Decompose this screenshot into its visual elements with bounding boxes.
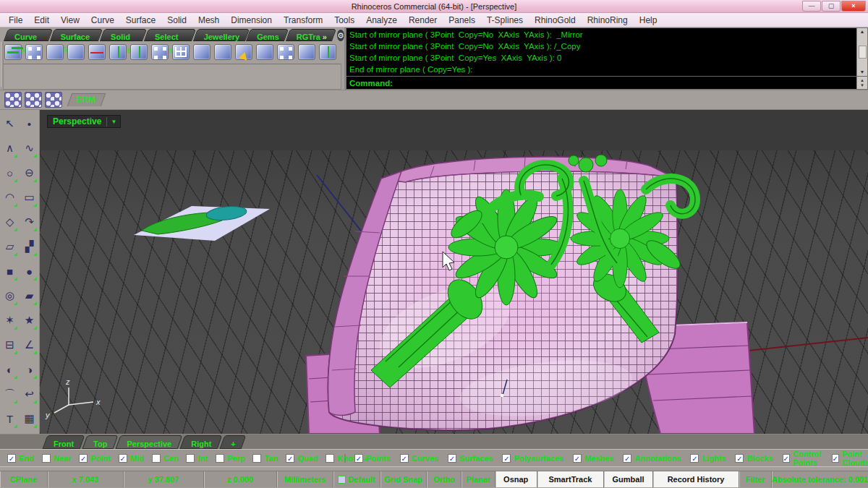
checkbox[interactable]: ✓ bbox=[7, 454, 16, 463]
checkbox[interactable]: ✓ bbox=[573, 454, 582, 463]
restore-button[interactable]: ▢ bbox=[822, 1, 841, 12]
menu-edit[interactable]: Edit bbox=[28, 14, 55, 27]
burst-icon[interactable]: ★ bbox=[20, 308, 39, 333]
filter-lights[interactable]: ✓Lights bbox=[690, 454, 726, 463]
toolbar-grip[interactable] bbox=[1, 42, 4, 87]
checkbox[interactable]: ✓ bbox=[502, 454, 511, 463]
patch-surface-icon[interactable] bbox=[46, 44, 64, 60]
tab-surface-tools[interactable]: Surface Tools bbox=[52, 29, 101, 41]
menu-rhinogold[interactable]: RhinoGold bbox=[529, 14, 582, 27]
menu-transform[interactable]: Transform bbox=[278, 14, 328, 27]
check-icon[interactable] bbox=[319, 44, 336, 60]
viewport-tab-front[interactable]: Front bbox=[45, 435, 82, 449]
arc-icon[interactable]: ◠ bbox=[0, 185, 20, 210]
menu-analyze[interactable]: Analyze bbox=[360, 14, 403, 27]
filter-points[interactable]: ✓Points bbox=[354, 454, 391, 463]
ellipse-icon[interactable]: ⊖ bbox=[20, 160, 39, 185]
ortho-toggle[interactable]: Ortho bbox=[427, 471, 461, 487]
menu-curve[interactable]: Curve bbox=[85, 14, 120, 27]
checkbox[interactable]: ✓ bbox=[400, 454, 409, 463]
gear-icon[interactable]: ⚙ bbox=[337, 30, 344, 41]
viewport-tab-perspective[interactable]: Perspective bbox=[118, 435, 180, 449]
checkbox[interactable]: ✓ bbox=[119, 454, 127, 463]
command-spinner[interactable]: ▲ ▼ bbox=[856, 77, 867, 89]
mirror-horizontal-icon[interactable] bbox=[88, 44, 106, 60]
osnap-tan[interactable]: Tan bbox=[252, 454, 278, 463]
minimize-button[interactable]: — bbox=[802, 1, 821, 12]
menu-surface[interactable]: Surface bbox=[120, 14, 161, 27]
erm-tab[interactable]: ERM bbox=[69, 93, 103, 106]
polyline-icon[interactable]: ∧ bbox=[0, 136, 20, 160]
text-icon[interactable]: T bbox=[0, 406, 20, 431]
menu-mesh[interactable]: Mesh bbox=[192, 14, 225, 27]
checkbox[interactable] bbox=[42, 454, 51, 463]
checkbox[interactable] bbox=[186, 454, 195, 463]
circle-icon[interactable]: ○ bbox=[0, 160, 20, 185]
menu-view[interactable]: View bbox=[55, 14, 85, 27]
menu-render[interactable]: Render bbox=[403, 14, 443, 27]
checkbox[interactable]: ✓ bbox=[448, 454, 456, 463]
osnap-end[interactable]: ✓End bbox=[7, 454, 34, 463]
close-button[interactable]: × bbox=[841, 1, 866, 12]
mirror-vertical-icon[interactable] bbox=[109, 44, 127, 60]
menu-panels[interactable]: Panels bbox=[443, 14, 481, 27]
spinner-down-icon[interactable]: ▼ bbox=[860, 83, 864, 88]
block-icon[interactable]: ▦ bbox=[20, 406, 39, 431]
sphere-icon[interactable]: ● bbox=[20, 259, 39, 283]
checkbox[interactable]: ✓ bbox=[623, 454, 631, 463]
units-cell[interactable]: Millimeters bbox=[277, 471, 333, 487]
mesh-pattern-icon[interactable] bbox=[45, 92, 62, 108]
osnap-toggle[interactable]: Osnap bbox=[495, 471, 537, 487]
cage-edit-icon[interactable] bbox=[151, 44, 169, 60]
trim-icon[interactable]: ⊟ bbox=[0, 333, 20, 357]
explode-icon[interactable]: ✶ bbox=[0, 308, 20, 333]
tab-jewellery[interactable]: Jewellery bbox=[195, 29, 247, 41]
filter-toggle[interactable]: Filter bbox=[739, 471, 771, 487]
osnap-quad[interactable]: ✓Quad bbox=[286, 454, 318, 463]
menu-tools[interactable]: Tools bbox=[328, 14, 360, 27]
filter-control-points[interactable]: ✓Control Points bbox=[783, 450, 822, 467]
scroll-down-icon[interactable]: ▼ bbox=[860, 69, 865, 76]
curve-icon[interactable]: ∿ bbox=[20, 136, 39, 160]
checkbox[interactable]: ✓ bbox=[783, 454, 790, 463]
osnap-mid[interactable]: ✓Mid bbox=[119, 454, 144, 463]
box-icon[interactable]: ■ bbox=[0, 259, 20, 283]
flow-along-surface-icon[interactable] bbox=[214, 44, 231, 60]
chevron-down-icon[interactable]: ▼ bbox=[106, 117, 120, 127]
extrude-icon[interactable]: ▰ bbox=[20, 283, 39, 308]
smooth-icon[interactable] bbox=[277, 44, 294, 60]
command-input-row[interactable]: Command: ▲ ▼ bbox=[346, 77, 867, 89]
checkbox[interactable] bbox=[326, 454, 334, 463]
checkbox[interactable]: ✓ bbox=[354, 454, 363, 463]
osnap-near[interactable]: Near bbox=[42, 454, 71, 463]
filter-polysurfaces[interactable]: ✓Polysurfaces bbox=[502, 454, 563, 463]
tab-rgtra[interactable]: RGTra» bbox=[288, 29, 334, 41]
menu-solid[interactable]: Solid bbox=[161, 14, 192, 27]
tab-curve-tools[interactable]: Curve Tools bbox=[6, 29, 51, 41]
tab-solid-tools[interactable]: Solid Tools bbox=[102, 29, 145, 41]
checkbox[interactable]: ✓ bbox=[286, 454, 294, 463]
viewport-title-menu[interactable]: Perspective ▼ bbox=[47, 115, 121, 128]
smarttrack-toggle[interactable]: SmartTrack bbox=[537, 471, 605, 487]
color-icon[interactable]: ◐ bbox=[0, 357, 20, 382]
planar-toggle[interactable]: Planar bbox=[461, 471, 495, 487]
select-arrow-icon[interactable]: ↖ bbox=[0, 111, 20, 136]
torus-icon[interactable]: ◎ bbox=[0, 283, 20, 308]
freeform-curve-icon[interactable]: ↷ bbox=[20, 210, 39, 234]
osnap-cen[interactable]: Cen bbox=[152, 454, 179, 463]
filter-surfaces[interactable]: ✓Surfaces bbox=[448, 454, 493, 463]
grid-snap-toggle[interactable]: Grid Snap bbox=[380, 471, 427, 487]
orient-on-surface-icon[interactable] bbox=[193, 44, 210, 60]
symmetry-icon[interactable] bbox=[130, 44, 148, 60]
drape-surface-icon[interactable] bbox=[67, 44, 85, 60]
arc-blend-icon[interactable]: ⌒ bbox=[0, 382, 20, 406]
filter-blocks[interactable]: ✓Blocks bbox=[735, 454, 773, 463]
checkbox[interactable] bbox=[252, 454, 261, 463]
perspective-viewport[interactable]: Perspective ▼ bbox=[40, 110, 868, 434]
patch-icon[interactable]: ▞ bbox=[20, 234, 39, 259]
mesh-pattern-icon[interactable] bbox=[25, 92, 42, 108]
record-history-toggle[interactable]: Record History bbox=[653, 471, 740, 487]
filter-curves[interactable]: ✓Curves bbox=[400, 454, 438, 463]
spinner-up-icon[interactable]: ▲ bbox=[860, 78, 864, 83]
checkbox[interactable]: ✓ bbox=[690, 454, 699, 463]
